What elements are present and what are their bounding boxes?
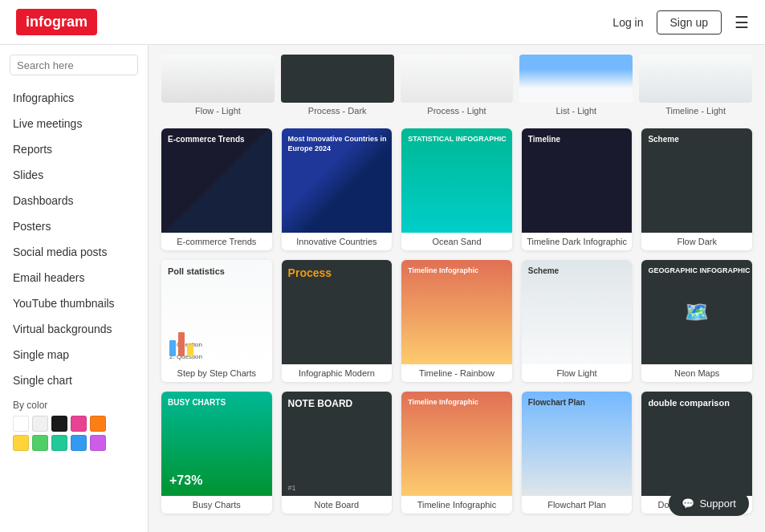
template-card-timeline-dark[interactable]: Timeline Timeline Dark Infographic	[522, 128, 633, 250]
thumb-text-note: NOTE BOARD	[288, 398, 353, 409]
template-card-process[interactable]: Process Infographic Modern	[282, 260, 393, 382]
sidebar-item-virtual-backgrounds[interactable]: Virtual backgrounds	[0, 316, 148, 342]
sidebar-item-reports[interactable]: Reports	[0, 136, 148, 162]
sidebar-item-email-headers[interactable]: Email headers	[0, 265, 148, 290]
template-card-flow-dark[interactable]: Scheme Flow Dark	[641, 128, 752, 250]
thumb-bars-poll	[169, 332, 193, 356]
template-card-ecommerce[interactable]: E-commerce Trends E-commerce Trends	[161, 128, 272, 250]
template-thumb-timeline-inf: Timeline Infographic	[401, 392, 512, 496]
template-thumb-ocean: STATISTICAL INFOGRAPHIC	[401, 128, 512, 233]
strip-label-timeline-light: Timeline - Light	[639, 106, 752, 116]
strip-item-timeline-light[interactable]: Timeline - Light	[639, 55, 752, 116]
template-thumb-flow-dark: Scheme	[641, 128, 752, 233]
support-icon: 💬	[682, 497, 694, 510]
thumb-text-busy: BUSY CHARTS	[168, 398, 226, 407]
template-name-neon: Neon Maps	[641, 364, 752, 382]
template-thumb-timeline-dark: Timeline	[522, 128, 633, 233]
color-swatch-yellow[interactable]	[13, 435, 29, 451]
template-name-countries: Innovative Countries	[282, 233, 393, 250]
template-card-ocean[interactable]: STATISTICAL INFOGRAPHIC Ocean Sand	[401, 128, 512, 250]
template-name-timeline-dark: Timeline Dark Infographic	[522, 233, 633, 250]
template-thumb-countries: Most Innovative Countries in Europe 2024	[282, 128, 393, 233]
content-area: Flow - Light Process - Dark Process - Li…	[149, 45, 765, 532]
sidebar-item-posters[interactable]: Posters	[0, 213, 148, 239]
strip-item-flow-light[interactable]: Flow - Light	[161, 55, 275, 116]
color-swatch-lightgray[interactable]	[32, 416, 48, 432]
color-swatch-dark[interactable]	[51, 416, 67, 432]
thumb-text-neon: GEOGRAPHIC INFOGRAPHIC	[648, 266, 750, 274]
color-swatch-blue[interactable]	[71, 435, 87, 451]
strip-thumb-list-light	[519, 55, 633, 103]
thumb-text-poll: Poll statistics	[168, 266, 225, 276]
menu-button[interactable]: ☰	[734, 13, 749, 32]
template-thumb-busy: BUSY CHARTS +73%	[161, 392, 272, 496]
template-card-neon[interactable]: GEOGRAPHIC INFOGRAPHIC 🗺️ Neon Maps	[641, 260, 752, 382]
thumb-text-flowchart: Flowchart Plan	[528, 398, 585, 407]
color-filter-label: By color	[13, 400, 135, 411]
template-name-ocean: Ocean Sand	[401, 233, 512, 250]
thumb-text-flow-dark: Scheme	[648, 135, 678, 144]
template-thumb-rainbow: Timeline Infographic	[401, 260, 512, 364]
thumb-text-timeline-dark: Timeline	[528, 135, 560, 144]
search-box: 🔍	[10, 55, 138, 75]
color-swatch-purple[interactable]	[90, 435, 106, 451]
main-layout: 🔍 Infographics Live meetings Reports Sli…	[0, 45, 765, 532]
login-button[interactable]: Log in	[612, 16, 643, 29]
template-thumb-flowchart: Flowchart Plan	[522, 392, 633, 496]
thumb-text-ecommerce: E-commerce Trends	[168, 135, 245, 144]
sidebar-item-single-map[interactable]: Single map	[0, 342, 148, 368]
thumb-text-countries: Most Innovative Countries in Europe 2024	[288, 135, 393, 153]
thumb-text-timeline-inf: Timeline Infographic	[408, 398, 478, 406]
template-card-poll[interactable]: Poll statistics 1. Question 2. Question …	[161, 260, 272, 382]
support-button[interactable]: 💬 Support	[669, 491, 749, 516]
color-swatch-white[interactable]	[13, 416, 29, 432]
template-card-rainbow[interactable]: Timeline Infographic Timeline - Rainbow	[401, 260, 512, 382]
sidebar-item-single-chart[interactable]: Single chart	[0, 368, 148, 393]
strip-label-flow-light: Flow - Light	[161, 106, 275, 116]
template-card-countries[interactable]: Most Innovative Countries in Europe 2024…	[282, 128, 393, 250]
sidebar-item-slides[interactable]: Slides	[0, 162, 148, 188]
template-card-note[interactable]: NOTE BOARD #1 Note Board	[282, 392, 393, 514]
preview-strip: Flow - Light Process - Dark Process - Li…	[161, 55, 752, 116]
strip-thumb-process-dark	[281, 55, 394, 103]
sidebar-item-social-media-posts[interactable]: Social media posts	[0, 239, 148, 265]
template-card-timeline-inf[interactable]: Timeline Infographic Timeline Infographi…	[401, 392, 512, 514]
strip-thumb-flow-light	[161, 55, 275, 103]
thumb-text-double: double comparison	[648, 398, 729, 408]
template-thumb-process: Process	[282, 260, 393, 364]
template-name-flow-dark: Flow Dark	[641, 233, 752, 250]
template-thumb-poll: Poll statistics 1. Question 2. Question	[161, 260, 272, 364]
strip-thumb-timeline-light	[639, 55, 752, 103]
strip-thumb-process-light	[401, 55, 514, 103]
header-actions: Log in Sign up ☰	[612, 10, 749, 35]
sidebar-item-live-meetings[interactable]: Live meetings	[0, 111, 148, 136]
template-card-flowchart[interactable]: Flowchart Plan Flowchart Plan	[522, 392, 633, 514]
strip-label-process-light: Process - Light	[401, 106, 514, 116]
search-input[interactable]	[17, 59, 149, 71]
template-name-flow-light: Flow Light	[522, 364, 633, 382]
sidebar-item-youtube-thumbnails[interactable]: YouTube thumbnails	[0, 290, 148, 316]
template-thumb-ecommerce: E-commerce Trends	[161, 128, 272, 233]
template-card-busy[interactable]: BUSY CHARTS +73% Busy Charts	[161, 392, 272, 514]
logo: infogram	[16, 9, 97, 35]
strip-item-process-light[interactable]: Process - Light	[401, 55, 514, 116]
color-swatch-teal[interactable]	[51, 435, 67, 451]
signup-button[interactable]: Sign up	[657, 10, 722, 35]
color-swatch-orange[interactable]	[90, 416, 106, 432]
thumb-text-ocean: STATISTICAL INFOGRAPHIC	[408, 135, 507, 143]
template-name-ecommerce: E-commerce Trends	[161, 233, 272, 250]
sidebar-item-infographics[interactable]: Infographics	[0, 85, 148, 111]
template-name-note: Note Board	[282, 496, 393, 514]
template-name-flowchart: Flowchart Plan	[522, 496, 633, 514]
template-name-process: Infographic Modern	[282, 364, 393, 382]
color-swatch-red[interactable]	[71, 416, 87, 432]
color-swatch-green[interactable]	[32, 435, 48, 451]
thumb-text-process: Process	[288, 266, 332, 279]
strip-label-process-dark: Process - Dark	[281, 106, 394, 116]
strip-item-process-dark[interactable]: Process - Dark	[281, 55, 394, 116]
sidebar-item-dashboards[interactable]: Dashboards	[0, 188, 148, 213]
template-card-flow-light[interactable]: Scheme Flow Light	[522, 260, 633, 382]
template-name-rainbow: Timeline - Rainbow	[401, 364, 512, 382]
strip-item-list-light[interactable]: List - Light	[519, 55, 633, 116]
template-thumb-flow-light: Scheme	[522, 260, 633, 364]
